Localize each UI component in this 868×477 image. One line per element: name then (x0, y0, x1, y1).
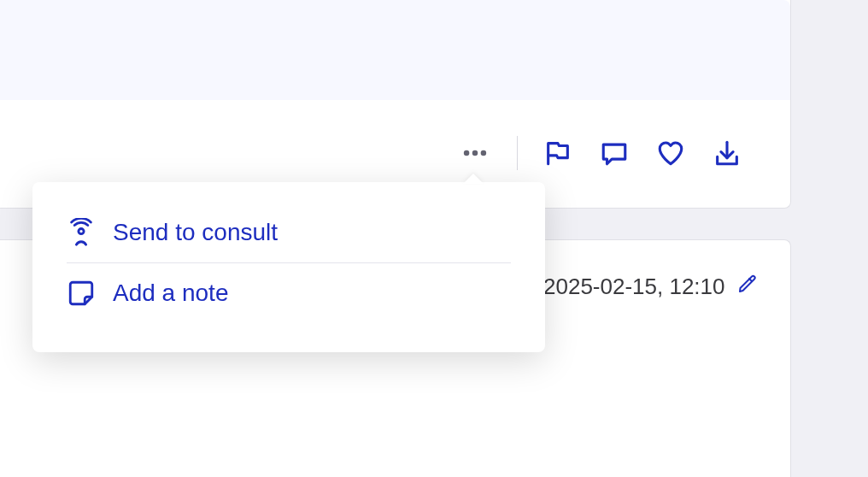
more-popover: Send to consult Add a note (32, 182, 545, 352)
download-icon (713, 138, 742, 168)
more-horizontal-icon (460, 138, 490, 168)
edit-button[interactable] (737, 274, 758, 300)
download-button[interactable] (711, 137, 743, 169)
svg-point-0 (466, 151, 468, 154)
timestamp-text: 2025-02-15, 12:10 (543, 274, 725, 300)
timestamp: 2025-02-15, 12:10 (543, 274, 758, 300)
pencil-icon (737, 274, 758, 294)
menu-item-label: Add a note (113, 280, 228, 307)
more-button[interactable] (457, 135, 493, 171)
comment-icon (600, 138, 629, 168)
sticky-note-icon (67, 279, 96, 308)
menu-item-label: Send to consult (113, 219, 278, 246)
flag-button[interactable] (542, 137, 574, 169)
svg-point-3 (79, 228, 84, 233)
svg-point-2 (482, 151, 484, 154)
comment-button[interactable] (598, 137, 630, 169)
heart-icon (656, 138, 685, 168)
menu-item-send-to-consult[interactable]: Send to consult (67, 203, 511, 262)
heart-button[interactable] (654, 137, 687, 169)
menu-item-add-note[interactable]: Add a note (67, 263, 511, 323)
upper-card-header-zone (0, 0, 790, 100)
upper-card (0, 0, 791, 209)
flag-icon (543, 138, 572, 168)
toolbar-divider (517, 136, 518, 170)
broadcast-icon (67, 218, 96, 247)
action-toolbar (457, 135, 743, 171)
svg-point-1 (473, 151, 476, 154)
